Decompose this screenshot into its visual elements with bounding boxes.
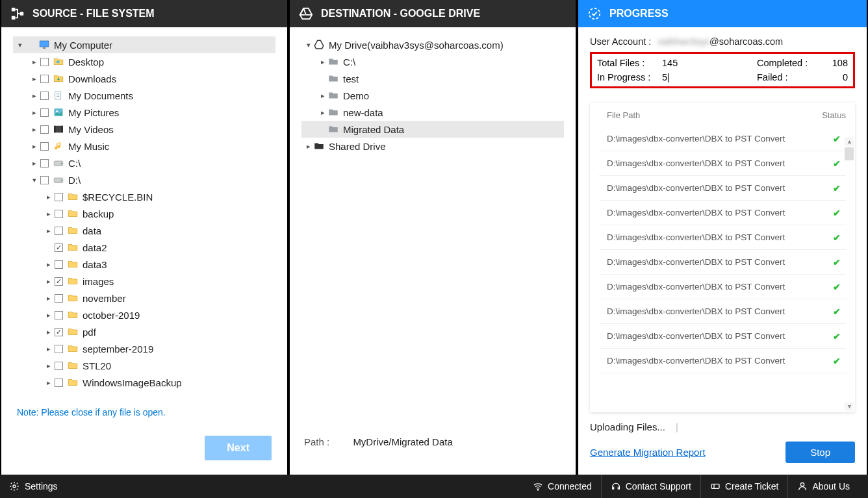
expander-icon[interactable]: ▸ bbox=[44, 294, 53, 303]
svg-rect-10 bbox=[54, 126, 55, 133]
expander-icon[interactable]: ▸ bbox=[30, 92, 39, 100]
file-row: D:\images\dbx-converter\DBX to PST Conve… bbox=[599, 324, 846, 349]
source-tree[interactable]: ▾My Computer▸Desktop▸Downloads▸My Docume… bbox=[13, 36, 275, 402]
checkbox[interactable] bbox=[40, 58, 49, 66]
col-filepath: File Path bbox=[607, 110, 822, 120]
expander-icon[interactable]: ▸ bbox=[30, 108, 39, 117]
tree-item[interactable]: ▸october-2019 bbox=[13, 306, 275, 323]
tree-item[interactable]: ▸Desktop bbox=[13, 53, 275, 70]
tree-item[interactable]: ▾D:\ bbox=[13, 171, 275, 188]
expander-icon[interactable]: ▸ bbox=[30, 125, 39, 134]
checkbox[interactable] bbox=[55, 345, 63, 353]
checkbox[interactable] bbox=[55, 243, 63, 252]
progress-title: PROGRESS bbox=[609, 8, 669, 19]
scrollbar-thumb[interactable] bbox=[845, 147, 854, 160]
settings-button[interactable]: Settings bbox=[9, 475, 67, 498]
checkbox[interactable] bbox=[55, 277, 63, 286]
expander-icon[interactable]: ▸ bbox=[44, 379, 53, 387]
tree-item[interactable]: ▸My Pictures bbox=[13, 104, 275, 121]
tree-item[interactable]: ▸Migrated Data bbox=[301, 121, 564, 138]
destination-tree[interactable]: ▾My Drive(vaibhav3sys@soharcoas.com)▸C:\… bbox=[301, 36, 564, 427]
tree-item[interactable]: ▸new-data bbox=[301, 104, 564, 121]
tree-item[interactable]: ▸data3 bbox=[13, 256, 275, 273]
tree-item[interactable]: ▸WindowsImageBackup bbox=[13, 374, 275, 391]
create-ticket-button[interactable]: Create Ticket bbox=[700, 475, 787, 498]
tree-item[interactable]: ▸Demo bbox=[301, 87, 564, 104]
gfolder-icon bbox=[327, 123, 339, 135]
tree-item[interactable]: ▸test bbox=[301, 70, 564, 87]
check-icon: ✔ bbox=[828, 158, 846, 169]
expander-icon[interactable]: ▾ bbox=[304, 41, 313, 49]
expander-icon[interactable]: ▾ bbox=[30, 176, 39, 184]
expander-icon[interactable]: ▸ bbox=[44, 311, 53, 319]
generate-report-link[interactable]: Generate Migration Report bbox=[590, 447, 706, 458]
expander-icon[interactable]: ▸ bbox=[30, 75, 39, 83]
expander-icon[interactable]: ▸ bbox=[44, 277, 53, 286]
tree-item[interactable]: ▸Shared Drive bbox=[301, 138, 564, 155]
folder-icon bbox=[67, 343, 79, 355]
tree-item[interactable]: ▸data bbox=[13, 222, 275, 239]
expander-icon[interactable]: ▸ bbox=[44, 227, 53, 235]
checkbox[interactable] bbox=[55, 328, 63, 336]
file-path: D:\images\dbx-converter\DBX to PST Conve… bbox=[599, 134, 828, 143]
tree-item[interactable]: ▸pdf bbox=[13, 323, 275, 340]
expander-icon[interactable]: ▸ bbox=[44, 210, 53, 218]
tree-item[interactable]: ▾My Drive(vaibhav3sys@soharcoas.com) bbox=[301, 36, 564, 53]
checkbox[interactable] bbox=[55, 294, 63, 303]
expander-icon[interactable]: ▸ bbox=[318, 108, 327, 117]
tree-item[interactable]: ▸My Videos bbox=[13, 121, 275, 138]
about-us-button[interactable]: About Us bbox=[787, 475, 859, 498]
contact-support-button[interactable]: Contact Support bbox=[601, 475, 700, 498]
tree-item[interactable]: ▾My Computer bbox=[13, 36, 275, 53]
checkbox[interactable] bbox=[55, 260, 63, 269]
checkbox[interactable] bbox=[40, 176, 49, 184]
checkbox[interactable] bbox=[40, 142, 49, 151]
expander-icon[interactable]: ▸ bbox=[318, 92, 327, 100]
tree-item[interactable]: ▸backup bbox=[13, 205, 275, 222]
expander-icon[interactable]: ▸ bbox=[30, 159, 39, 168]
checkbox[interactable] bbox=[40, 159, 49, 168]
expander-icon[interactable]: ▸ bbox=[30, 142, 39, 151]
stop-button[interactable]: Stop bbox=[785, 442, 855, 463]
folder-icon bbox=[67, 275, 79, 287]
next-button[interactable]: Next bbox=[205, 436, 272, 460]
tree-item[interactable]: ▸september-2019 bbox=[13, 340, 275, 357]
scrollbar-up[interactable]: ▴ bbox=[845, 137, 854, 146]
tree-item[interactable]: ▸C:\ bbox=[13, 155, 275, 171]
expander-icon[interactable]: ▸ bbox=[44, 193, 53, 201]
scrollbar-down[interactable]: ▾ bbox=[845, 402, 854, 411]
checkbox[interactable] bbox=[40, 75, 49, 83]
checkbox[interactable] bbox=[55, 362, 63, 370]
check-icon: ✔ bbox=[828, 183, 846, 193]
folder-pic-icon bbox=[53, 106, 64, 118]
expander-icon[interactable]: ▸ bbox=[44, 345, 53, 353]
expander-icon[interactable]: ▸ bbox=[44, 260, 53, 269]
expander-icon[interactable]: ▾ bbox=[16, 41, 25, 49]
tree-item[interactable]: ▸My Documents bbox=[13, 87, 275, 104]
checkbox[interactable] bbox=[55, 311, 63, 319]
checkbox[interactable] bbox=[55, 210, 63, 218]
tree-item[interactable]: ▸My Music bbox=[13, 138, 275, 155]
checkbox[interactable] bbox=[40, 108, 49, 117]
checkbox[interactable] bbox=[40, 92, 49, 100]
checkbox[interactable] bbox=[40, 125, 49, 134]
tree-item[interactable]: ▸C:\ bbox=[301, 53, 564, 70]
tree-item[interactable]: ▸Downloads bbox=[13, 70, 275, 87]
checkbox[interactable] bbox=[55, 379, 63, 387]
tree-item[interactable]: ▸november bbox=[13, 290, 275, 306]
tree-item[interactable]: ▸$RECYCLE.BIN bbox=[13, 188, 275, 205]
check-icon: ✔ bbox=[828, 134, 846, 144]
expander-icon[interactable]: ▸ bbox=[44, 362, 53, 370]
expander-icon[interactable]: ▸ bbox=[304, 142, 313, 151]
expander-icon[interactable]: ▸ bbox=[30, 58, 39, 66]
checkbox[interactable] bbox=[55, 193, 63, 201]
tree-item[interactable]: ▸images bbox=[13, 273, 275, 290]
tree-item[interactable]: ▸STL20 bbox=[13, 357, 275, 374]
checkbox[interactable] bbox=[55, 227, 63, 235]
expander-icon[interactable]: ▸ bbox=[318, 58, 327, 66]
expander-icon[interactable]: ▸ bbox=[44, 328, 53, 336]
tree-item[interactable]: ▸data2 bbox=[13, 239, 275, 256]
gfolder-icon bbox=[327, 90, 339, 101]
files-list[interactable]: ▴ ▾ D:\images\dbx-converter\DBX to PST C… bbox=[590, 127, 855, 412]
ticket-icon bbox=[710, 481, 721, 492]
